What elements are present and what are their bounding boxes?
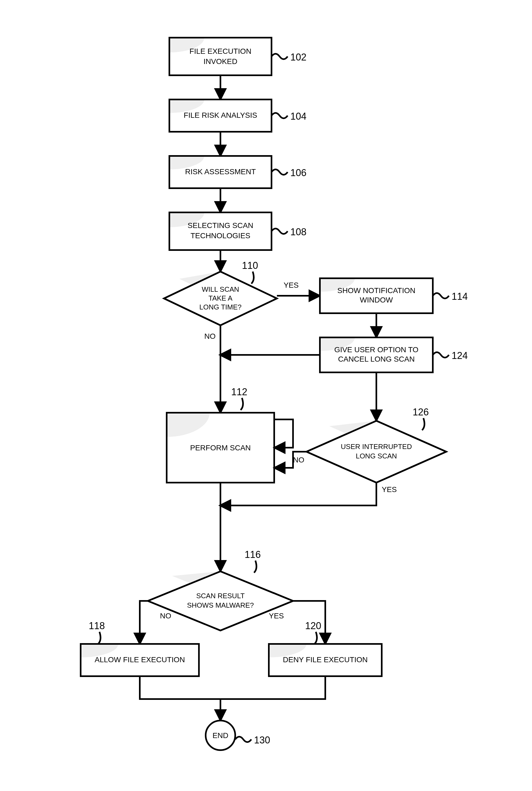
node-text: SHOWS MALWARE? (187, 601, 254, 609)
node-text: DENY FILE EXECUTION (283, 656, 367, 664)
ref-label-124: 124 (433, 350, 468, 361)
svg-text:106: 106 (290, 167, 306, 178)
edge (140, 676, 221, 720)
node-text: TECHNOLOGIES (191, 231, 250, 240)
edge (274, 419, 293, 448)
node-allow-file-execution: ALLOW FILE EXECUTION (43, 630, 199, 676)
edge-label-no: NO (204, 332, 215, 340)
node-text: FILE RISK ANALYSIS (184, 111, 257, 119)
svg-text:108: 108 (290, 226, 306, 238)
svg-text:104: 104 (290, 111, 306, 122)
svg-text:124: 124 (452, 350, 468, 361)
ref-label-120: 120 (305, 620, 321, 644)
edge (221, 676, 325, 699)
node-give-user-option-cancel: GIVE USER OPTION TO CANCEL LONG SCAN (285, 324, 433, 372)
edge-label-yes: YES (382, 485, 397, 494)
node-scan-result-shows-malware: SCAN RESULT SHOWS MALWARE? (148, 571, 293, 630)
edge-label-no: NO (160, 612, 171, 620)
ref-label-108: 108 (271, 226, 306, 238)
node-file-execution-invoked: FILE EXECUTION INVOKED (134, 23, 271, 75)
svg-text:112: 112 (231, 387, 247, 397)
edge-label-yes: YES (284, 281, 299, 289)
ref-label-116: 116 (245, 549, 261, 573)
node-text: ALLOW FILE EXECUTION (95, 656, 185, 664)
svg-text:116: 116 (245, 549, 261, 560)
node-user-interrupted-long-scan: USER INTERRUPTED LONG SCAN (306, 421, 446, 483)
svg-marker-46 (148, 571, 293, 630)
node-selecting-scan-technologies: SELECTING SCAN TECHNOLOGIES (134, 197, 271, 250)
node-text: CANCEL LONG SCAN (338, 355, 415, 363)
ref-label-102: 102 (271, 52, 306, 63)
edge (140, 601, 148, 643)
node-text: LONG TIME? (199, 303, 242, 311)
ref-label-130: 130 (235, 735, 270, 746)
ref-label-106: 106 (271, 167, 306, 178)
svg-text:114: 114 (452, 291, 468, 302)
node-text: LONG SCAN (356, 452, 397, 460)
node-text: END (212, 731, 228, 740)
edge-label-yes: YES (269, 612, 284, 620)
node-will-scan-take-long: WILL SCAN TAKE A LONG TIME? (164, 271, 277, 325)
ref-label-126: 126 (413, 407, 429, 430)
node-perform-scan: PERFORM SCAN (124, 389, 274, 483)
ref-label-112: 112 (231, 387, 247, 410)
node-text: INVOKED (204, 57, 238, 65)
svg-marker-41 (306, 421, 446, 483)
node-text: SHOW NOTIFICATION (337, 286, 415, 295)
node-text: WINDOW (360, 296, 393, 304)
node-deny-file-execution: DENY FILE EXECUTION (231, 630, 382, 676)
svg-text:130: 130 (254, 735, 270, 746)
ref-label-118: 118 (89, 620, 105, 644)
ref-label-114: 114 (433, 291, 468, 302)
ref-label-104: 104 (271, 111, 306, 122)
flowchart-canvas: FILE EXECUTION INVOKED 102 FILE RISK ANA… (0, 0, 532, 791)
node-text: RISK ASSESSMENT (185, 168, 256, 176)
ref-label-110: 110 (242, 260, 258, 284)
node-text: PERFORM SCAN (190, 444, 251, 452)
svg-text:110: 110 (242, 260, 258, 271)
node-file-risk-analysis: FILE RISK ANALYSIS (134, 86, 271, 132)
node-text: GIVE USER OPTION TO (334, 345, 418, 354)
node-text: SELECTING SCAN (188, 221, 253, 230)
svg-text:126: 126 (413, 407, 429, 417)
svg-text:120: 120 (305, 620, 321, 631)
node-risk-assessment: RISK ASSESSMENT (134, 143, 271, 188)
node-text: FILE EXECUTION (190, 47, 251, 55)
svg-text:118: 118 (89, 620, 105, 631)
node-text: WILL SCAN (202, 285, 239, 293)
edge (221, 483, 376, 506)
node-text: TAKE A (208, 294, 232, 302)
edge-label-no: NO (293, 456, 304, 464)
node-end: END (206, 720, 235, 750)
node-show-notification-window: SHOW NOTIFICATION WINDOW (285, 265, 433, 313)
node-text: SCAN RESULT (196, 592, 245, 600)
node-text: USER INTERRUPTED (341, 442, 412, 451)
svg-text:102: 102 (290, 52, 306, 63)
